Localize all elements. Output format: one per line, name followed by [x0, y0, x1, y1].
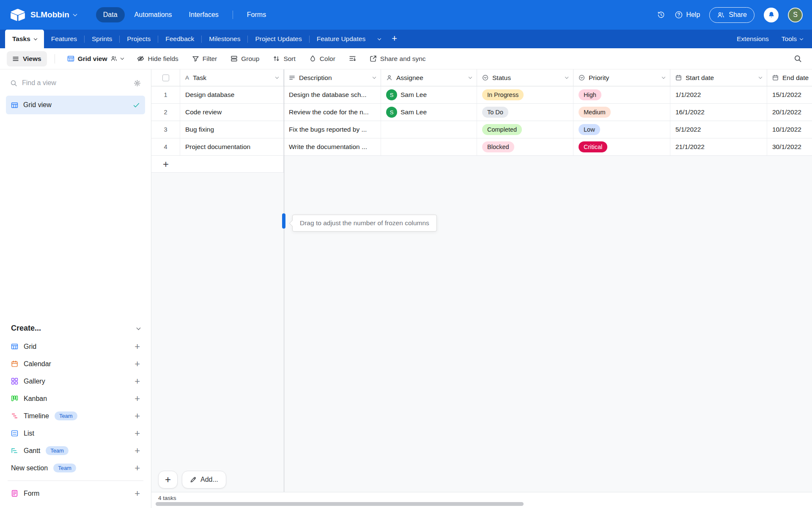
column-header-status[interactable]: Status: [477, 69, 573, 86]
nav-item-data[interactable]: Data: [96, 7, 125, 22]
column-header-task[interactable]: A Task: [180, 69, 284, 86]
history-button[interactable]: [657, 11, 665, 19]
status-cell[interactable]: In Progress: [477, 86, 573, 103]
row-height-button[interactable]: [344, 52, 361, 66]
priority-cell[interactable]: Critical: [573, 138, 670, 155]
nav-item-interfaces[interactable]: Interfaces: [182, 7, 226, 22]
description-cell[interactable]: Design the database sch...: [284, 86, 381, 103]
assignee-cell[interactable]: S Sam Lee: [381, 104, 477, 121]
start-date-cell[interactable]: 21/1/2022: [670, 138, 767, 155]
help-button[interactable]: Help: [675, 11, 700, 19]
task-cell[interactable]: Project documentation: [180, 138, 284, 155]
column-header-end-date[interactable]: End date: [767, 69, 812, 86]
tab-features[interactable]: Features: [44, 30, 84, 48]
create-form-view[interactable]: Form +: [6, 485, 145, 502]
horizontal-scrollbar[interactable]: [156, 502, 524, 506]
tab-feedback[interactable]: Feedback: [158, 30, 201, 48]
plus-icon: +: [134, 359, 140, 369]
color-button[interactable]: Color: [304, 52, 340, 66]
views-button[interactable]: Views: [7, 51, 47, 66]
find-view-input[interactable]: [22, 79, 129, 87]
assignee-cell[interactable]: [381, 138, 477, 155]
user-avatar[interactable]: S: [788, 8, 803, 22]
task-cell[interactable]: Bug fixing: [180, 121, 284, 138]
hamburger-icon: [12, 55, 19, 62]
end-date-cell[interactable]: 30/1/2022: [767, 138, 812, 155]
end-date-cell[interactable]: 15/1/2022: [767, 86, 812, 103]
row-number-cell[interactable]: 2: [151, 104, 180, 121]
column-header-description[interactable]: Description: [284, 69, 381, 86]
priority-cell[interactable]: High: [573, 86, 670, 103]
base-name-button[interactable]: SLMobbin: [30, 10, 77, 19]
create-list-view[interactable]: List +: [6, 425, 145, 442]
share-and-sync-button[interactable]: Share and sync: [365, 52, 431, 66]
column-header-priority[interactable]: Priority: [573, 69, 670, 86]
start-date-cell[interactable]: 1/1/2022: [670, 86, 767, 103]
select-all-cell[interactable]: [151, 69, 180, 86]
group-button[interactable]: Group: [226, 52, 264, 66]
add-table-button[interactable]: +: [386, 30, 403, 48]
tab-milestones[interactable]: Milestones: [202, 30, 247, 48]
priority-cell[interactable]: Low: [573, 121, 670, 138]
task-cell[interactable]: Code review: [180, 104, 284, 121]
row-number-cell[interactable]: 1: [151, 86, 180, 103]
sort-button[interactable]: Sort: [268, 52, 300, 66]
create-kanban-view[interactable]: Kanban +: [6, 390, 145, 407]
create-calendar-view[interactable]: Calendar +: [6, 355, 145, 373]
chevron-down-icon: [73, 12, 77, 17]
base-name: SLMobbin: [30, 10, 69, 19]
bottom-actions: + Add...: [158, 471, 226, 489]
add-with-options-button[interactable]: Add...: [182, 471, 226, 489]
priority-cell[interactable]: Medium: [573, 104, 670, 121]
description-cell[interactable]: Review the code for the n...: [284, 104, 381, 121]
assignee-cell[interactable]: [381, 121, 477, 138]
create-gantt-view[interactable]: Gantt Team +: [6, 442, 145, 459]
tab-projects[interactable]: Projects: [120, 30, 158, 48]
start-date-cell[interactable]: 5/1/2022: [670, 121, 767, 138]
search-button[interactable]: [790, 51, 805, 66]
column-header-assignee[interactable]: Assignee: [381, 69, 477, 86]
description-cell[interactable]: Write the documentation ...: [284, 138, 381, 155]
frozen-column-drag-handle[interactable]: [282, 213, 285, 229]
view-settings-button[interactable]: [134, 80, 141, 87]
add-record-button[interactable]: +: [158, 471, 178, 489]
row-number-cell[interactable]: 3: [151, 121, 180, 138]
create-new-section[interactable]: New section Team +: [6, 459, 145, 477]
row-number-cell[interactable]: 4: [151, 138, 180, 155]
create-grid-view[interactable]: Grid +: [6, 338, 145, 355]
select-all-checkbox[interactable]: [162, 75, 169, 81]
description-cell[interactable]: Fix the bugs reported by ...: [284, 121, 381, 138]
end-date-cell[interactable]: 20/1/2022: [767, 104, 812, 121]
sidebar-item-grid-view[interactable]: Grid view: [6, 96, 145, 114]
tools-button[interactable]: Tools: [782, 35, 803, 43]
single-select-field-icon: [579, 75, 585, 81]
assignee-cell[interactable]: S Sam Lee: [381, 86, 477, 103]
status-cell[interactable]: Blocked: [477, 138, 573, 155]
tab-sprints[interactable]: Sprints: [85, 30, 119, 48]
start-date-cell[interactable]: 16/1/2022: [670, 104, 767, 121]
tab-feature-updates[interactable]: Feature Updates: [310, 30, 373, 48]
create-timeline-view[interactable]: Timeline Team +: [6, 407, 145, 425]
current-view-button[interactable]: Grid view: [63, 52, 129, 66]
column-header-start-date[interactable]: Start date: [670, 69, 767, 86]
notifications-button[interactable]: [764, 8, 779, 22]
share-button[interactable]: Share: [709, 7, 754, 23]
filter-button[interactable]: Filter: [187, 52, 222, 66]
create-gallery-view[interactable]: Gallery +: [6, 373, 145, 390]
tab-tasks[interactable]: Tasks: [5, 30, 44, 48]
end-date-cell[interactable]: 10/1/2022: [767, 121, 812, 138]
hide-fields-button[interactable]: Hide fields: [132, 52, 183, 66]
nav-item-forms[interactable]: Forms: [240, 7, 273, 22]
status-cell[interactable]: Completed: [477, 121, 573, 138]
add-record-row[interactable]: +: [151, 156, 284, 173]
grid-view-icon: [11, 102, 18, 109]
status-cell[interactable]: To Do: [477, 104, 573, 121]
plus-icon: +: [134, 411, 140, 421]
create-section-toggle[interactable]: Create...: [6, 320, 145, 338]
tab-project-updates[interactable]: Project Updates: [248, 30, 309, 48]
nav-item-automations[interactable]: Automations: [127, 7, 179, 22]
task-cell[interactable]: Design database: [180, 86, 284, 103]
app-logo-icon[interactable]: [10, 8, 25, 21]
extensions-button[interactable]: Extensions: [737, 35, 769, 43]
more-tables-button[interactable]: [373, 30, 386, 48]
